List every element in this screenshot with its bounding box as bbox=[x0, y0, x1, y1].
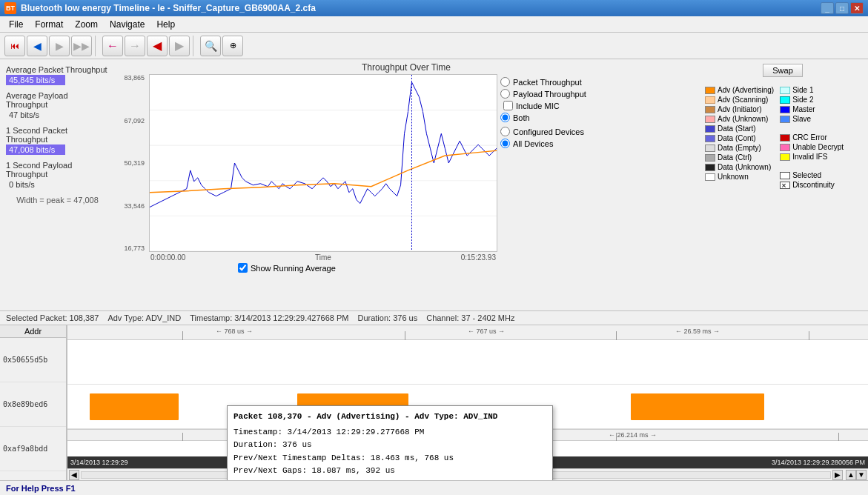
tooltip-line-2: Prev/Next Timestamp Deltas: 18.463 ms, 7… bbox=[233, 452, 546, 465]
maximize-button[interactable]: □ bbox=[835, 2, 849, 14]
nav-fwd-button[interactable]: → bbox=[125, 36, 145, 56]
swap-button[interactable]: Swap bbox=[763, 64, 803, 77]
legend: Adv (Advertising) Adv (Scanning) Adv (In… bbox=[702, 83, 864, 192]
channel: Channel: 37 - 2402 MHz bbox=[426, 313, 514, 322]
width-label: Width = peak = 47,008 bbox=[6, 196, 109, 205]
zoom-in-button[interactable]: 🔍 bbox=[200, 36, 221, 56]
y-label-1: 67,092 bbox=[118, 117, 145, 124]
scroll-up-button[interactable]: ▲ bbox=[846, 470, 856, 480]
toolbar: ⏮ ◀ ▶ ▶▶ ← → ◀ ▶ 🔍 ⊕ bbox=[0, 33, 868, 59]
main-content: Average Packet Throughput 45,845 bits/s … bbox=[0, 59, 868, 480]
selected-label: Selected bbox=[792, 171, 821, 179]
all-devices-radio[interactable] bbox=[500, 139, 510, 148]
block-orange-3[interactable] bbox=[631, 393, 764, 420]
data-ctrl-label: Data (Ctrl) bbox=[718, 153, 752, 162]
menu-zoom[interactable]: Zoom bbox=[69, 18, 104, 31]
tooltip-line-0: Timestamp: 3/14/2013 12:29:29.277668 PM bbox=[233, 426, 546, 439]
toolbar-separator-2 bbox=[193, 36, 197, 56]
both-radio[interactable] bbox=[500, 113, 510, 122]
show-running-avg-checkbox[interactable] bbox=[238, 263, 248, 273]
menu-bar: File Format Zoom Navigate Help bbox=[0, 16, 868, 33]
data-cont-swatch bbox=[705, 135, 715, 142]
packet-throughput-radio[interactable] bbox=[500, 77, 510, 87]
avg-payload-label: Average Payload Throughput bbox=[6, 91, 109, 109]
selected-swatch bbox=[780, 172, 790, 179]
payload-throughput-label: Payload Throughput bbox=[513, 90, 586, 99]
title-bar: BT Bluetooth low energy Timeline - le - … bbox=[0, 0, 868, 16]
sec-packet-label: 1 Second Packet Throughput bbox=[6, 126, 109, 144]
menu-help[interactable]: Help bbox=[150, 18, 181, 31]
packet-throughput-label: Packet Throughput bbox=[513, 78, 582, 87]
forward-button[interactable]: ▶ bbox=[49, 36, 70, 56]
minimize-button[interactable]: _ bbox=[821, 2, 834, 14]
sec-packet-block: 1 Second Packet Throughput 47,008 bits/s bbox=[6, 126, 109, 155]
crc-error-swatch bbox=[780, 134, 790, 142]
adv-advertising-label: Adv (Advertising) bbox=[718, 86, 774, 94]
timeline-canvas[interactable]: ← 768 us → ← 767 us → ← 26.59 ms → ← 3 bbox=[67, 325, 868, 480]
legend-data-unknown: Data (Unknown) bbox=[705, 163, 774, 171]
zoom-fit-button[interactable]: ⊕ bbox=[222, 36, 243, 56]
nav-back2-button[interactable]: ◀ bbox=[147, 36, 168, 56]
legend-data-start: Data (Start) bbox=[705, 124, 774, 133]
data-empty-label: Data (Empty) bbox=[718, 144, 761, 152]
time-start: 0:00:00.00 bbox=[150, 253, 185, 262]
time-end: 0:15:23.93 bbox=[461, 253, 496, 262]
master-swatch bbox=[780, 106, 790, 113]
crc-error-label: CRC Error bbox=[792, 133, 827, 142]
scroll-left-button[interactable]: ◀ bbox=[69, 470, 79, 480]
data-unknown-swatch bbox=[705, 164, 715, 171]
include-mic-checkbox[interactable] bbox=[503, 101, 513, 110]
legend-adv-initiator: Adv (Initiator) bbox=[705, 105, 774, 113]
data-start-swatch bbox=[705, 125, 715, 133]
nav-fwd2-button[interactable]: ▶ bbox=[169, 36, 190, 56]
chart-container bbox=[149, 74, 497, 252]
adv-advertising-swatch bbox=[705, 87, 715, 94]
adv-unknown-swatch bbox=[705, 116, 715, 123]
legend-col-1: Adv (Advertising) Adv (Scanning) Adv (In… bbox=[705, 86, 774, 189]
payload-throughput-radio[interactable] bbox=[500, 89, 510, 99]
top-panel: Average Packet Throughput 45,845 bits/s … bbox=[0, 59, 868, 311]
invalid-ifs-label: Invalid IFS bbox=[792, 153, 827, 161]
tooltip-line-1: Duration: 376 us bbox=[233, 439, 546, 452]
scroll-down-button[interactable]: ▼ bbox=[856, 470, 867, 480]
menu-navigate[interactable]: Navigate bbox=[104, 18, 150, 31]
avg-payload-block: Average Payload Throughput 47 bits/s bbox=[6, 91, 109, 120]
legend-unable-decrypt: Unable Decrypt bbox=[780, 143, 844, 151]
sec-payload-value: 0 bits/s bbox=[6, 179, 65, 190]
timeline-row-0 bbox=[67, 340, 868, 385]
packet-info-bar: Selected Packet: 108,387 Adv Type: ADV_I… bbox=[0, 311, 868, 325]
home-button[interactable]: ⏮ bbox=[4, 36, 25, 56]
unknown-swatch bbox=[705, 173, 715, 181]
forward2-button[interactable]: ▶▶ bbox=[71, 36, 92, 56]
tooltip-line-3: Prev/Next Gaps: 18.087 ms, 392 us bbox=[233, 465, 546, 478]
sec-packet-value: 47,008 bits/s bbox=[6, 144, 65, 155]
ruler-gap-1: ← 768 us → bbox=[216, 328, 253, 335]
unable-decrypt-swatch bbox=[780, 144, 790, 151]
scroll-right-button[interactable]: ▶ bbox=[832, 470, 843, 480]
back-button[interactable]: ◀ bbox=[27, 36, 47, 56]
addr-row-3: 0xaf9ab45e bbox=[0, 471, 66, 480]
timestamp-left: 3/14/2013 12:29:29 bbox=[67, 459, 128, 466]
avg-payload-value: 47 bits/s bbox=[6, 110, 65, 120]
configured-devices-radio[interactable] bbox=[500, 127, 510, 136]
data-unknown-label: Data (Unknown) bbox=[718, 163, 771, 171]
menu-file[interactable]: File bbox=[3, 18, 29, 31]
menu-format[interactable]: Format bbox=[29, 18, 69, 31]
y-label-2: 50,319 bbox=[118, 159, 145, 167]
legend-invalid-ifs: Invalid IFS bbox=[780, 153, 844, 161]
close-button[interactable]: ✕ bbox=[850, 2, 864, 14]
stats-panel: Average Packet Throughput 45,845 bits/s … bbox=[0, 59, 115, 310]
status-bar: For Help Press F1 bbox=[0, 480, 868, 495]
side1-label: Side 1 bbox=[792, 86, 813, 94]
avg-packet-label: Average Packet Throughput bbox=[6, 65, 109, 74]
nav-back-button[interactable]: ← bbox=[102, 36, 123, 56]
tooltip-line-4: CP #: 0 bbox=[233, 478, 546, 480]
timeline-area: Addr 0x50655d5b 0x8e89bed6 0xaf9a8bdd 0x… bbox=[0, 325, 868, 480]
block-orange-1[interactable] bbox=[90, 393, 179, 420]
addr-row-0: 0x50655d5b bbox=[0, 338, 66, 382]
app-icon: BT bbox=[4, 2, 16, 14]
legend-slave: Slave bbox=[780, 115, 844, 123]
configured-devices-label: Configured Devices bbox=[513, 127, 584, 136]
discontinuity-label: Discontinuity bbox=[792, 181, 835, 189]
time-mid: Time bbox=[315, 253, 331, 262]
